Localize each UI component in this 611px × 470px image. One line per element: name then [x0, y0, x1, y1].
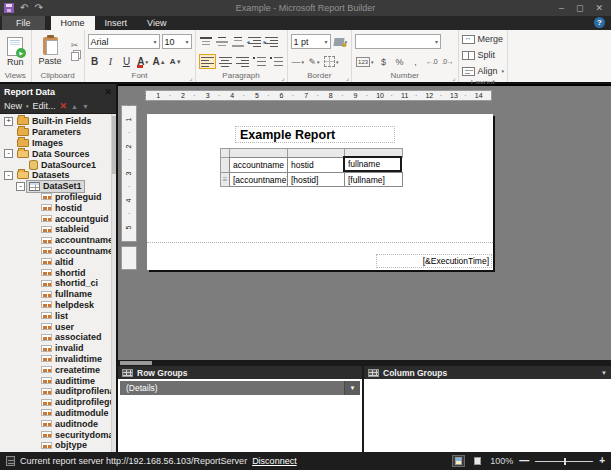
run-button[interactable]: Run: [3, 36, 28, 68]
bold-button[interactable]: B: [88, 54, 102, 69]
tree-item[interactable]: auditprofileguid: [0, 397, 116, 408]
execution-time-textbox[interactable]: [&ExecutionTime]: [376, 254, 492, 268]
tree-item[interactable]: shortid_ci: [0, 278, 116, 289]
tab-view[interactable]: View: [137, 16, 176, 30]
tree-item[interactable]: Images: [0, 138, 116, 149]
edit-button[interactable]: Edit...: [33, 101, 56, 111]
expand-toggle-icon[interactable]: -: [4, 149, 13, 158]
font-dialog-launcher-icon[interactable]: ⌟: [189, 74, 192, 81]
grow-font-button[interactable]: A▲: [152, 54, 167, 69]
tree-item[interactable]: invalidtime: [0, 354, 116, 365]
zoom-out-button[interactable]: —: [519, 456, 529, 466]
panel-close-icon[interactable]: ✕: [104, 87, 112, 97]
align-center-button[interactable]: [218, 54, 233, 69]
zoom-slider-thumb[interactable]: [564, 458, 566, 465]
tree-item[interactable]: associated: [0, 332, 116, 343]
tree-item[interactable]: profileguid: [0, 192, 116, 203]
header-cell[interactable]: hostid: [287, 157, 345, 173]
number-format-button[interactable]: 123▾: [355, 54, 375, 69]
tree-item[interactable]: - DataSet1: [0, 181, 116, 192]
copy-button[interactable]: [69, 52, 81, 63]
tree-item[interactable]: invalid: [0, 343, 116, 354]
help-icon[interactable]: ?: [594, 17, 605, 28]
data-cell[interactable]: [hostid]: [287, 172, 345, 187]
expand-toggle-icon[interactable]: -: [4, 171, 13, 180]
tab-file[interactable]: File: [2, 16, 45, 30]
paragraph-dialog-launcher-icon[interactable]: ⌟: [281, 74, 284, 81]
border-dialog-launcher-icon[interactable]: ⌟: [346, 74, 349, 81]
chevron-down-icon[interactable]: ▾: [26, 103, 29, 109]
tree-item[interactable]: stableid: [0, 224, 116, 235]
tree-item[interactable]: hostid: [0, 202, 116, 213]
font-family-select[interactable]: Arial ▾: [88, 34, 160, 49]
tablix[interactable]: accountname hostid fullname ≡ [accountna…: [221, 149, 403, 187]
number-format-select[interactable]: ▾: [355, 34, 441, 49]
tree-item[interactable]: + Built-in Fields: [0, 116, 116, 127]
align-top-button[interactable]: [199, 34, 213, 49]
tree-item[interactable]: - Data Sources: [0, 148, 116, 159]
details-group-menu-icon[interactable]: ▼: [344, 381, 360, 395]
align-button[interactable]: Align▾: [462, 64, 505, 78]
tree-item[interactable]: DataSource1: [0, 159, 116, 170]
run-view-button[interactable]: [471, 455, 484, 467]
expand-toggle-icon[interactable]: -: [16, 182, 25, 191]
expand-toggle-icon[interactable]: +: [4, 117, 13, 126]
move-up-icon[interactable]: ▲: [71, 103, 78, 110]
tree-item[interactable]: shortid: [0, 267, 116, 278]
move-down-icon[interactable]: ▼: [82, 103, 89, 110]
new-button[interactable]: New: [4, 101, 22, 111]
numbered-list-button[interactable]: [269, 54, 284, 69]
align-middle-button[interactable]: [215, 34, 229, 49]
tab-home[interactable]: Home: [51, 16, 95, 30]
tree-item[interactable]: objtype: [0, 440, 116, 451]
disconnect-link[interactable]: Disconnect: [252, 456, 297, 466]
details-group-item[interactable]: (Details) ▼: [120, 381, 360, 395]
report-page[interactable]: Example Report accountname hostid: [147, 114, 493, 270]
column-groups-menu-icon[interactable]: ▼: [601, 370, 607, 376]
close-button[interactable]: ✕: [595, 2, 603, 14]
align-right-button[interactable]: [235, 54, 250, 69]
tree-item[interactable]: audittime: [0, 375, 116, 386]
header-cell[interactable]: accountname: [229, 157, 288, 173]
percent-button[interactable]: %: [393, 54, 407, 69]
tree-item[interactable]: user: [0, 321, 116, 332]
borders-button[interactable]: ▾: [323, 54, 340, 69]
tree-item[interactable]: createtime: [0, 364, 116, 375]
increase-indent-button[interactable]: [264, 34, 279, 49]
delete-icon[interactable]: ✕: [60, 101, 68, 111]
font-size-select[interactable]: 10 ▾: [162, 34, 192, 49]
decrease-indent-button[interactable]: [247, 34, 262, 49]
increase-decimal-button[interactable]: ←.0: [425, 54, 439, 69]
shrink-font-button[interactable]: A▼: [169, 54, 183, 69]
data-cell[interactable]: [fullname]: [344, 172, 403, 187]
splitter-handle[interactable]: [120, 361, 152, 365]
border-width-select[interactable]: 1 pt ▾: [291, 34, 331, 49]
tree-item[interactable]: altid: [0, 256, 116, 267]
data-cell[interactable]: [accountname]: [229, 172, 288, 187]
font-color-button[interactable]: A▾: [136, 54, 150, 69]
design-view-button[interactable]: [452, 455, 465, 467]
tree-item[interactable]: auditmodule: [0, 408, 116, 419]
header-cell-selected[interactable]: fullname: [343, 156, 402, 172]
tree-item[interactable]: accountname_ci: [0, 246, 116, 257]
tree-item[interactable]: Parameters: [0, 127, 116, 138]
split-button[interactable]: Split: [462, 48, 505, 62]
border-style-button[interactable]: —▾: [291, 54, 306, 69]
zoom-slider[interactable]: [535, 456, 593, 466]
currency-button[interactable]: $: [377, 54, 391, 69]
tree-item[interactable]: accountguid: [0, 213, 116, 224]
cut-button[interactable]: ✂: [69, 40, 81, 50]
tree-item[interactable]: list: [0, 310, 116, 321]
bullet-list-button[interactable]: [252, 54, 267, 69]
report-title-textbox[interactable]: Example Report: [235, 126, 395, 143]
border-color-button[interactable]: ✎▾: [307, 54, 321, 69]
minimize-button[interactable]: –: [559, 2, 564, 14]
tree-item[interactable]: accountname: [0, 235, 116, 246]
tab-insert[interactable]: Insert: [95, 16, 138, 30]
italic-button[interactable]: I: [104, 54, 118, 69]
fill-color-button[interactable]: ▾: [333, 34, 349, 49]
decrease-decimal-button[interactable]: .0→: [441, 54, 455, 69]
tree-scrollbar[interactable]: [111, 114, 116, 452]
tree-item[interactable]: fullname: [0, 289, 116, 300]
paste-button[interactable]: Paste: [35, 36, 66, 67]
